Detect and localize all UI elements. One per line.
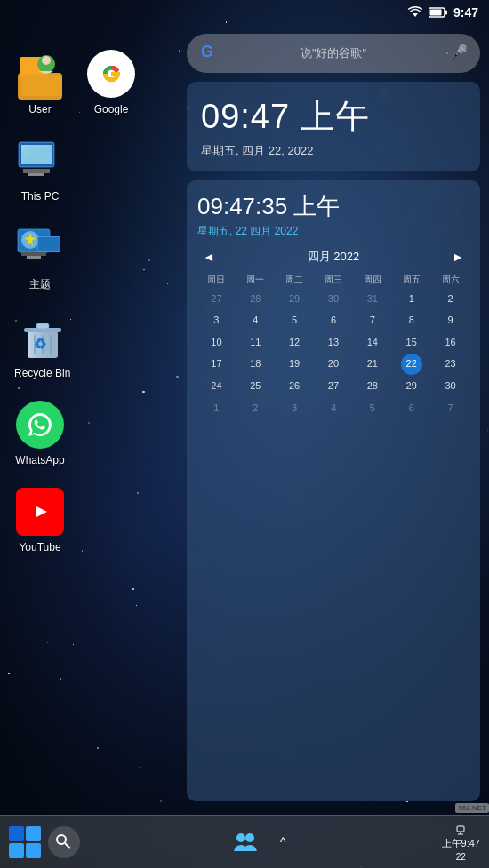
- cal-day[interactable]: 7: [431, 398, 469, 418]
- desktop-icons: User Google: [0, 25, 196, 815]
- cal-day[interactable]: 27: [197, 289, 236, 309]
- icon-theme[interactable]: 主题: [9, 217, 71, 298]
- youtube-label: YouTube: [19, 541, 60, 553]
- battery-icon: [429, 7, 448, 18]
- icon-recycle[interactable]: ♻ Recycle Bin: [9, 307, 76, 385]
- user-label: User: [28, 103, 51, 115]
- svg-text:♻: ♻: [34, 337, 46, 352]
- svg-line-36: [65, 843, 70, 848]
- svg-rect-2: [445, 11, 447, 15]
- cal-day[interactable]: 31: [353, 289, 391, 309]
- taskbar-time: 上午9:47: [442, 837, 480, 850]
- cal-day[interactable]: 6: [315, 310, 353, 330]
- cal-day[interactable]: 5: [276, 310, 314, 330]
- mic-icon[interactable]: 🎤: [448, 44, 468, 63]
- cal-day[interactable]: 2: [431, 289, 469, 309]
- taskbar-left: [9, 826, 80, 858]
- cal-day[interactable]: 18: [236, 354, 275, 375]
- widgets-area: G 说"好的谷歌" 🎤 09:47 上午 星期五, 四月 22, 2022 09…: [187, 25, 480, 810]
- cal-day[interactable]: 5: [353, 398, 391, 418]
- cal-day[interactable]: 25: [236, 376, 275, 396]
- cal-day[interactable]: 21: [353, 354, 391, 375]
- cal-day[interactable]: 11: [236, 332, 275, 353]
- recycle-label: Recycle Bin: [14, 367, 70, 379]
- icon-whatsapp[interactable]: WhatsApp: [9, 394, 71, 472]
- win-logo-q3: [9, 843, 24, 858]
- cal-day[interactable]: 1: [392, 289, 430, 309]
- cal-day[interactable]: 4: [315, 398, 353, 418]
- svg-rect-14: [21, 145, 52, 164]
- win-logo-q4: [26, 843, 41, 858]
- cal-day[interactable]: 3: [276, 398, 314, 418]
- cal-header: ◄ 四月 2022 ►: [197, 248, 469, 266]
- people-icon: [232, 829, 259, 856]
- cal-day[interactable]: 13: [315, 332, 353, 353]
- cal-day[interactable]: 12: [276, 332, 314, 353]
- google-icon-img: [85, 48, 137, 100]
- taskbar-date: 22: [456, 852, 466, 862]
- cal-day[interactable]: 4: [236, 310, 275, 330]
- cal-day[interactable]: 30: [315, 289, 353, 309]
- svg-rect-11: [23, 169, 50, 173]
- user-icon: [14, 48, 66, 100]
- cal-day[interactable]: 28: [236, 289, 275, 309]
- svg-marker-0: [413, 13, 418, 17]
- icon-youtube[interactable]: YouTube: [9, 481, 71, 559]
- cal-day[interactable]: 8: [392, 310, 430, 330]
- cal-day-header: 周六: [431, 271, 469, 289]
- cal-prev-btn[interactable]: ◄: [197, 248, 220, 266]
- cal-day-header: 周一: [236, 271, 275, 289]
- icon-thispc[interactable]: This PC: [9, 130, 71, 208]
- cal-day[interactable]: 7: [353, 310, 391, 330]
- icon-user[interactable]: User: [9, 43, 71, 121]
- cal-day[interactable]: 27: [315, 376, 353, 396]
- cal-day[interactable]: 24: [197, 376, 236, 396]
- status-bar: 9:47: [0, 0, 489, 25]
- cal-day-header: 周四: [353, 271, 391, 289]
- cal-day[interactable]: 23: [431, 354, 469, 375]
- cal-next-btn[interactable]: ►: [446, 248, 469, 266]
- svg-rect-39: [457, 826, 464, 832]
- svg-rect-30: [36, 323, 49, 329]
- cal-day-header: 周五: [392, 271, 430, 289]
- cal-day[interactable]: 26: [276, 376, 314, 396]
- cal-day[interactable]: 28: [353, 376, 391, 396]
- svg-rect-20: [27, 256, 41, 259]
- taskbar-up-arrow[interactable]: ^: [272, 832, 293, 853]
- google-icon: [87, 50, 135, 98]
- windows-start-button[interactable]: [9, 826, 41, 858]
- cal-day[interactable]: 10: [197, 332, 236, 353]
- taskbar-people-button[interactable]: [228, 824, 263, 860]
- cal-day[interactable]: 15: [392, 332, 430, 353]
- svg-rect-3: [429, 10, 441, 16]
- cal-day[interactable]: 29: [392, 376, 430, 396]
- cal-day[interactable]: 14: [353, 332, 391, 353]
- google-label: Google: [94, 103, 129, 115]
- cal-day[interactable]: 2: [236, 398, 275, 418]
- cal-day[interactable]: 20: [315, 354, 353, 375]
- cal-day[interactable]: 19: [276, 354, 314, 375]
- cal-day[interactable]: 17: [197, 354, 236, 375]
- taskbar-center: ^: [80, 824, 442, 860]
- cal-day[interactable]: 1: [197, 398, 236, 418]
- cal-month-label: 四月 2022: [308, 249, 360, 265]
- svg-rect-8: [21, 75, 62, 96]
- cal-day-header: 周日: [197, 271, 236, 289]
- cal-day[interactable]: 30: [431, 376, 469, 396]
- cal-day[interactable]: 6: [392, 398, 430, 418]
- cal-day[interactable]: 29: [276, 289, 314, 309]
- icon-google[interactable]: Google: [80, 43, 142, 121]
- cal-day[interactable]: 22: [401, 354, 422, 375]
- clock-widget: 09:47 上午 星期五, 四月 22, 2022: [187, 82, 480, 171]
- search-widget[interactable]: G 说"好的谷歌" 🎤: [187, 34, 480, 73]
- cal-day[interactable]: 9: [431, 310, 469, 330]
- google-search-icon: G: [199, 44, 219, 63]
- cal-day[interactable]: 16: [431, 332, 469, 353]
- youtube-icon-img: [14, 486, 66, 538]
- svg-rect-23: [38, 237, 60, 251]
- status-time: 9:47: [453, 5, 478, 20]
- cal-day-header: 周三: [315, 271, 353, 289]
- taskbar-search-button[interactable]: [48, 826, 80, 858]
- theme-icon-img: [14, 222, 66, 274]
- cal-day[interactable]: 3: [197, 310, 236, 330]
